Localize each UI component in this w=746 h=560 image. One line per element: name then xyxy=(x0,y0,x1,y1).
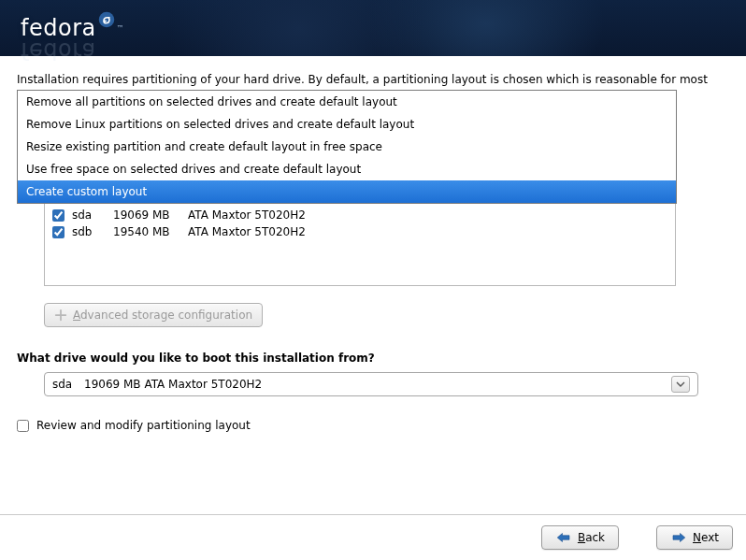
next-button[interactable]: Next xyxy=(656,525,733,550)
drive-size: 19069 MB xyxy=(113,208,180,222)
fedora-logo: fedora fedora ™ xyxy=(21,15,124,41)
dropdown-option[interactable]: Resize existing partition and create def… xyxy=(18,136,676,158)
arrow-right-icon xyxy=(670,531,687,544)
main-content: Installation requires partitioning of yo… xyxy=(0,56,746,449)
drive-model: ATA Maxtor 5T020H2 xyxy=(188,208,306,222)
drive-row[interactable]: sdb19540 MBATA Maxtor 5T020H2 xyxy=(45,223,675,240)
boot-select-details: 19069 MB ATA Maxtor 5T020H2 xyxy=(84,378,666,391)
logo-reflection: fedora xyxy=(21,37,96,64)
drive-dev: sda xyxy=(72,208,106,222)
intro-text: Installation requires partitioning of yo… xyxy=(17,73,729,86)
next-label: Next xyxy=(693,531,719,544)
drive-checkbox[interactable] xyxy=(52,226,65,238)
back-label: Back xyxy=(578,531,605,544)
boot-drive-label: What drive would you like to boot this i… xyxy=(17,352,729,365)
review-checkbox-label: Review and modify partitioning layout xyxy=(36,419,251,432)
header-banner: fedora fedora ™ xyxy=(0,0,746,56)
drive-dev: sdb xyxy=(72,225,106,238)
trademark-icon: ™ xyxy=(117,24,124,33)
boot-drive-select[interactable]: sda 19069 MB ATA Maxtor 5T020H2 xyxy=(44,372,698,396)
advanced-storage-button: Advanced storage configuration xyxy=(44,303,263,327)
footer-nav: Back Next xyxy=(0,514,746,560)
review-partitioning-checkbox[interactable]: Review and modify partitioning layout xyxy=(17,419,729,432)
svg-point-0 xyxy=(98,12,114,28)
plus-icon xyxy=(54,309,67,322)
drive-row[interactable]: sda19069 MBATA Maxtor 5T020H2 xyxy=(45,207,675,223)
dropdown-option[interactable]: Remove all partitions on selected drives… xyxy=(18,91,676,113)
drive-selection-list: sda19069 MBATA Maxtor 5T020H2sdb19540 MB… xyxy=(44,204,676,286)
drive-size: 19540 MB xyxy=(113,225,180,238)
dropdown-option[interactable]: Remove Linux partitions on selected driv… xyxy=(18,113,676,136)
chevron-down-icon[interactable] xyxy=(671,376,690,393)
drive-checkbox[interactable] xyxy=(52,209,65,222)
dropdown-option[interactable]: Create custom layout xyxy=(18,180,676,203)
back-button[interactable]: Back xyxy=(541,525,619,550)
partition-layout-dropdown[interactable]: Remove all partitions on selected drives… xyxy=(17,90,677,204)
drive-model: ATA Maxtor 5T020H2 xyxy=(188,225,306,238)
boot-select-dev: sda xyxy=(52,378,84,391)
arrow-left-icon xyxy=(555,531,572,544)
fedora-infinity-icon xyxy=(98,11,115,28)
review-checkbox-input[interactable] xyxy=(17,420,29,432)
dropdown-option[interactable]: Use free space on selected drives and cr… xyxy=(18,158,676,180)
advanced-storage-label: Advanced storage configuration xyxy=(73,309,252,322)
